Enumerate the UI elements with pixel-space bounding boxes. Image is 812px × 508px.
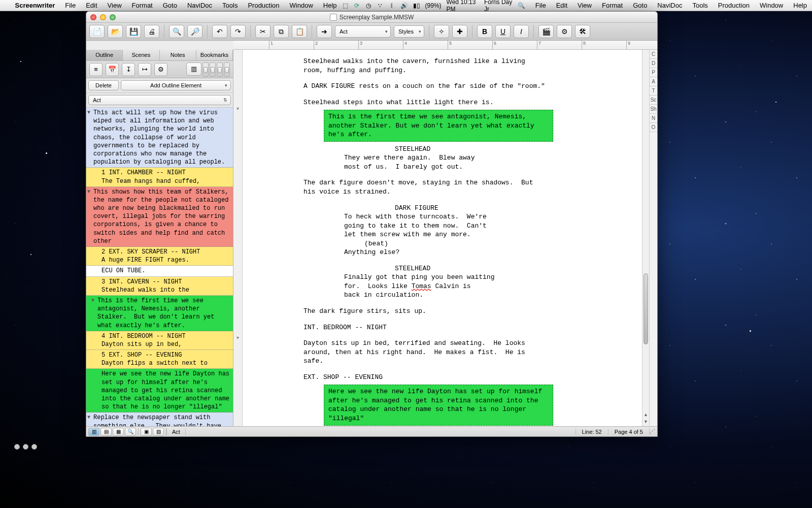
- outline-list[interactable]: ▼This act will set up how the virus wipe…: [86, 108, 233, 426]
- outline-level-selector[interactable]: Act: [88, 95, 231, 105]
- menu-production[interactable]: Production: [713, 2, 755, 9]
- scene-heading[interactable]: EXT. SHOP -- EVENING: [303, 373, 549, 382]
- dialogue-text[interactable]: Anything else?: [344, 248, 590, 257]
- goto-button[interactable]: ➜: [317, 25, 332, 38]
- new-button[interactable]: 📄: [89, 25, 105, 38]
- app-name[interactable]: Screenwriter: [10, 2, 60, 9]
- action-text[interactable]: Steelhead walks into the cavern, furnish…: [303, 57, 549, 75]
- vertical-scrollbar[interactable]: ▲ ▼: [642, 50, 649, 426]
- outline-item[interactable]: ECU ON TUBE.: [86, 266, 233, 276]
- outline-tool-1[interactable]: ≡: [89, 63, 103, 76]
- save-button[interactable]: 💾: [126, 25, 141, 38]
- volume-icon[interactable]: 🔊: [400, 2, 408, 9]
- parenthetical-text[interactable]: (beat): [364, 239, 610, 248]
- menu-file[interactable]: File: [60, 2, 81, 9]
- outline-item[interactable]: ▼This is the first time we see antagonis…: [86, 296, 233, 331]
- production-button[interactable]: 🎬: [538, 25, 554, 38]
- window-titlebar[interactable]: Screenplay Sample.MMSW: [86, 12, 657, 23]
- tool-a-button[interactable]: ✧: [434, 25, 449, 38]
- quickkey-a[interactable]: A: [650, 78, 657, 86]
- menu-tools[interactable]: Tools: [687, 2, 713, 9]
- menu-navidoc[interactable]: NaviDoc: [652, 2, 687, 9]
- close-window-button[interactable]: [90, 14, 96, 20]
- view-mode-1[interactable]: ▥: [88, 428, 99, 436]
- disclosure-triangle-icon[interactable]: ▼: [87, 109, 90, 116]
- dialogue-text[interactable]: To heck with those turncoats. We're goin…: [344, 212, 590, 239]
- undo-button[interactable]: ↶: [212, 25, 227, 38]
- tab-outline[interactable]: Outline: [86, 50, 123, 60]
- menu-window[interactable]: Window: [755, 2, 788, 9]
- menu-format[interactable]: Format: [127, 2, 158, 9]
- spotlight-icon[interactable]: 🔍: [518, 2, 525, 9]
- menu-goto[interactable]: Goto: [158, 2, 182, 9]
- menu-edit[interactable]: Edit: [551, 2, 572, 9]
- disclosure-triangle-icon[interactable]: ▼: [91, 297, 94, 304]
- character-cue[interactable]: DARK FIGURE: [395, 204, 634, 213]
- menuextra-icon[interactable]: ⬚: [342, 2, 349, 9]
- quickkey-o[interactable]: O: [650, 124, 657, 132]
- scene-heading[interactable]: INT. BEDROOM -- NIGHT: [303, 323, 549, 332]
- tool-b-button[interactable]: ✚: [452, 25, 467, 38]
- menu-file[interactable]: File: [530, 2, 551, 9]
- zoom-out-button[interactable]: 🔎: [187, 25, 202, 38]
- outline-settings[interactable]: ⚙: [154, 63, 167, 76]
- menu-goto[interactable]: Goto: [628, 2, 652, 9]
- menu-format[interactable]: Format: [597, 2, 628, 9]
- dialogue-text[interactable]: Finally got that ping you been waiting f…: [344, 273, 590, 300]
- tab-bookmarks[interactable]: Bookmarks: [196, 50, 233, 60]
- outline-view-toggle[interactable]: ▥: [186, 62, 201, 76]
- outline-item[interactable]: 4 INT. BEDROOM -- NIGHT Dayton sits up i…: [86, 331, 233, 350]
- collapse-marker-icon[interactable]: ▾: [236, 106, 239, 111]
- view-mode-5[interactable]: ▧: [153, 428, 164, 436]
- character-cue[interactable]: STEELHEAD: [395, 264, 634, 273]
- disclosure-triangle-icon[interactable]: ▼: [87, 414, 90, 421]
- outline-item[interactable]: ▼Replace the newspaper stand with someth…: [86, 412, 233, 426]
- outline-item[interactable]: 3 INT. CAVERN -- NIGHT Steelhead walks i…: [86, 277, 233, 296]
- tab-notes[interactable]: Notes: [160, 50, 196, 60]
- tools-button[interactable]: 🛠: [575, 25, 590, 38]
- outline-slider-2[interactable]: [210, 62, 216, 77]
- menu-production[interactable]: Production: [243, 2, 284, 9]
- scroll-down-icon[interactable]: ▼: [642, 419, 649, 426]
- action-text[interactable]: The dark figure doesn't move, staying in…: [303, 178, 549, 196]
- action-text[interactable]: Steelhead steps into what little light t…: [303, 98, 549, 107]
- bluetooth-icon[interactable]: ∵: [377, 2, 384, 9]
- outline-slider-4[interactable]: [224, 62, 230, 77]
- menubar-user[interactable]: Forris Day Jr: [484, 0, 513, 13]
- battery-icon[interactable]: ▮▯: [413, 2, 420, 9]
- styles-selector[interactable]: Styles: [394, 25, 424, 38]
- character-cue[interactable]: STEELHEAD: [395, 145, 634, 154]
- outline-item[interactable]: 1 INT. CHAMBER -- NIGHT The Team hangs h…: [86, 168, 233, 186]
- copy-button[interactable]: ⧉: [274, 25, 289, 38]
- view-mode-2[interactable]: ▤: [100, 428, 112, 436]
- quickkey-n[interactable]: N: [650, 115, 657, 123]
- view-zoom[interactable]: 🔍: [125, 428, 136, 436]
- quickkey-d[interactable]: D: [650, 60, 657, 68]
- collapse-marker-icon[interactable]: ▾: [236, 335, 239, 340]
- element-selector[interactable]: Act: [335, 25, 391, 38]
- outline-item[interactable]: Here we see the new life Dayton has set …: [86, 369, 233, 412]
- view-mode-4[interactable]: ▣: [141, 428, 152, 436]
- delete-button[interactable]: Delete: [88, 80, 119, 90]
- quickkey-sh[interactable]: Sh: [650, 106, 657, 114]
- action-text[interactable]: Dayton sits up in bed, terrified and swe…: [303, 339, 549, 366]
- outline-item[interactable]: ▼This act will set up how the virus wipe…: [86, 108, 233, 168]
- sync-icon[interactable]: ⟳: [354, 2, 360, 9]
- paste-button[interactable]: 📋: [292, 25, 307, 38]
- tab-scenes[interactable]: Scenes: [123, 50, 159, 60]
- wifi-icon[interactable]: ⧙: [389, 2, 395, 9]
- menu-window[interactable]: Window: [285, 2, 318, 9]
- print-button[interactable]: 🖨: [144, 25, 159, 38]
- minimize-window-button[interactable]: [100, 14, 106, 20]
- quickkey-c[interactable]: C: [650, 51, 657, 59]
- outline-item[interactable]: 2 EXT. SKY SCRAPER -- NIGHT A huge FIRE …: [86, 247, 233, 266]
- outline-slider-3[interactable]: [217, 62, 223, 77]
- spelling-error[interactable]: Tomas: [412, 282, 431, 290]
- outline-tool-2[interactable]: 📅: [106, 63, 119, 76]
- scroll-up-icon[interactable]: ▲: [642, 412, 649, 419]
- outline-item[interactable]: ▼This shows how this team of Stalkers, t…: [86, 187, 233, 247]
- menu-help[interactable]: Help: [318, 2, 342, 9]
- menubar-clock[interactable]: Wed 10:13 PM: [447, 0, 479, 13]
- add-outline-element-button[interactable]: Add Outline Element: [121, 80, 231, 90]
- disclosure-triangle-icon[interactable]: ▼: [87, 188, 90, 196]
